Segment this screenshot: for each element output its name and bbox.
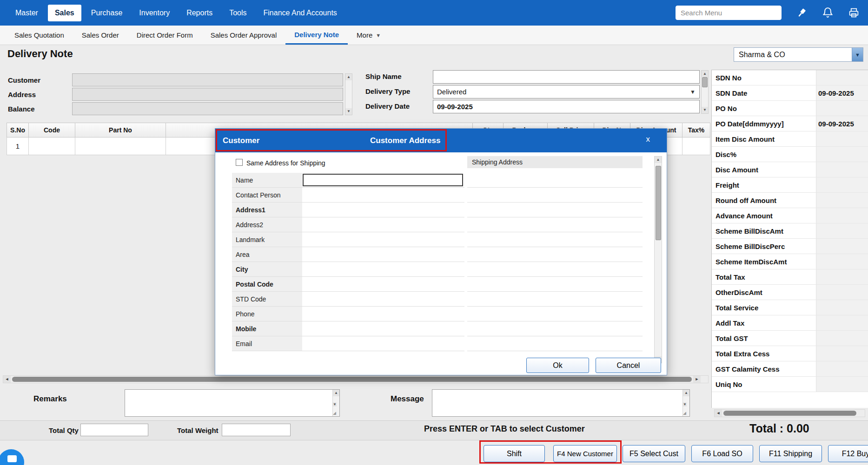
message-scroll-rail[interactable]: ▲ ▼ ◢ [682, 390, 689, 416]
shipping-field-cell[interactable] [467, 217, 643, 232]
field-cell-mobile[interactable] [302, 321, 464, 336]
remarks-textarea[interactable] [125, 390, 332, 416]
shipping-field-cell[interactable] [467, 232, 643, 247]
scroll-thumb[interactable] [12, 377, 692, 382]
modal-tab-customer[interactable]: Customer [223, 136, 259, 145]
field-value[interactable] [816, 223, 868, 238]
scroll-thumb[interactable] [723, 411, 856, 416]
printer-icon[interactable] [848, 7, 860, 19]
field-value[interactable] [816, 254, 868, 269]
cell-code[interactable] [29, 138, 75, 155]
field-cell-std-code[interactable] [302, 292, 464, 307]
tab-more[interactable]: More▼ [348, 26, 390, 45]
field-value[interactable]: 09-09-2025 [816, 85, 868, 100]
menu-finance-and-accounts[interactable]: Finance And Accounts [257, 5, 344, 21]
chevron-down-icon[interactable]: ▼ [852, 48, 863, 61]
shipping-field-cell[interactable] [467, 321, 643, 336]
search-input[interactable] [676, 6, 782, 20]
remarks-scroll-rail[interactable]: ▲ ▼ ◢ [332, 390, 339, 416]
shipping-field-cell[interactable] [467, 262, 643, 277]
field-value[interactable] [816, 147, 868, 162]
field-value[interactable]: 09-09-2025 [816, 116, 868, 131]
f11-shipping-button[interactable]: F11 Shipping [759, 445, 822, 462]
scroll-down-icon[interactable]: ▼ [702, 107, 708, 113]
field-value[interactable] [816, 101, 868, 116]
modal-tab-customer-address[interactable]: Customer Address [370, 136, 440, 145]
f12-buy-back-button[interactable]: F12 Buy B [828, 445, 868, 462]
scroll-up-icon[interactable]: ▲ [655, 157, 662, 163]
company-selector[interactable]: Sharma & CO ▼ [734, 47, 863, 62]
shipping-field-cell[interactable] [467, 277, 643, 292]
field-value[interactable] [816, 361, 868, 376]
shipping-field-cell[interactable] [467, 173, 643, 188]
shipping-field-cell[interactable] [467, 247, 643, 262]
scroll-down-icon[interactable]: ▼ [333, 402, 337, 406]
customer-name-input[interactable] [303, 174, 463, 186]
field-cell-address1[interactable] [302, 203, 464, 217]
scroll-up-icon[interactable]: ▲ [333, 390, 339, 396]
customer-panel-scrollbar[interactable]: ▲ ▼ [345, 73, 352, 115]
menu-purchase[interactable]: Purchase [84, 5, 130, 21]
field-value[interactable] [816, 315, 868, 330]
scroll-up-icon[interactable]: ▲ [683, 390, 689, 396]
field-cell-contact-person[interactable] [302, 188, 464, 203]
total-weight-input[interactable] [222, 424, 291, 436]
field-value[interactable] [816, 193, 868, 208]
cell-part-no[interactable] [75, 138, 166, 155]
chat-widget-button[interactable] [0, 449, 24, 465]
resize-handle-icon[interactable]: ◢ [683, 411, 686, 415]
menu-inventory[interactable]: Inventory [132, 5, 177, 21]
cell-tax-pct[interactable] [682, 138, 710, 155]
delivery-type-select[interactable]: Delivered ▼ [433, 85, 700, 98]
tab-direct-order-form[interactable]: Direct Order Form [128, 26, 202, 45]
scroll-left-icon[interactable]: ◄ [715, 410, 722, 417]
field-cell-postal-code[interactable] [302, 277, 464, 292]
field-cell-email[interactable] [302, 336, 464, 351]
tab-delivery-note[interactable]: Delivery Note [285, 26, 348, 45]
tab-sales-quotation[interactable]: Sales Quotation [6, 26, 73, 45]
field-cell-address2[interactable] [302, 217, 464, 232]
main-horizontal-scrollbar[interactable]: ◄ ► [3, 375, 709, 383]
shipping-field-cell[interactable] [467, 307, 643, 321]
menu-reports[interactable]: Reports [179, 5, 219, 21]
tab-sales-order[interactable]: Sales Order [73, 26, 128, 45]
menu-sales[interactable]: Sales [48, 5, 81, 21]
shift-button[interactable]: Shift [484, 445, 545, 462]
delivery-date-input[interactable] [433, 100, 700, 113]
field-value[interactable] [816, 346, 868, 361]
resize-handle-icon[interactable]: ◢ [333, 411, 336, 415]
scroll-right-icon[interactable]: ► [693, 376, 701, 383]
message-textarea[interactable] [432, 390, 682, 416]
gavel-icon[interactable] [795, 7, 808, 19]
field-value[interactable] [816, 70, 868, 85]
shipping-field-cell[interactable] [467, 188, 643, 203]
field-value[interactable] [816, 300, 868, 315]
modal-scrollbar[interactable]: ▲ ▼ [654, 156, 662, 363]
f4-new-customer-button[interactable]: F4 New Customer [553, 445, 617, 462]
field-value[interactable] [816, 285, 868, 300]
shipping-field-cell[interactable] [467, 203, 643, 217]
field-cell-landmark[interactable] [302, 232, 464, 247]
scroll-left-icon[interactable]: ◄ [3, 376, 11, 383]
shipping-field-cell[interactable] [467, 336, 643, 351]
tab-sales-order-approval[interactable]: Sales Order Approval [202, 26, 286, 45]
field-value[interactable] [816, 269, 868, 284]
field-value[interactable] [816, 377, 868, 392]
scroll-down-icon[interactable]: ▼ [683, 402, 687, 406]
ok-button[interactable]: Ok [526, 358, 589, 373]
cancel-button[interactable]: Cancel [596, 358, 661, 373]
side-panel-horizontal-scrollbar[interactable]: ◄ [714, 409, 865, 417]
scroll-down-icon[interactable]: ▼ [345, 108, 352, 115]
field-cell-city[interactable] [302, 262, 464, 277]
shipping-field-cell[interactable] [467, 292, 643, 307]
field-value[interactable] [816, 331, 868, 346]
f5-select-cust-button[interactable]: F5 Select Cust [623, 445, 685, 462]
total-qty-input[interactable] [80, 424, 148, 436]
scroll-up-icon[interactable]: ▲ [702, 71, 708, 77]
field-value[interactable] [816, 177, 868, 192]
field-cell-phone[interactable] [302, 307, 464, 321]
close-icon[interactable]: x [646, 135, 650, 144]
field-value[interactable] [816, 239, 868, 254]
menu-tools[interactable]: Tools [222, 5, 253, 21]
field-value[interactable] [816, 162, 868, 177]
